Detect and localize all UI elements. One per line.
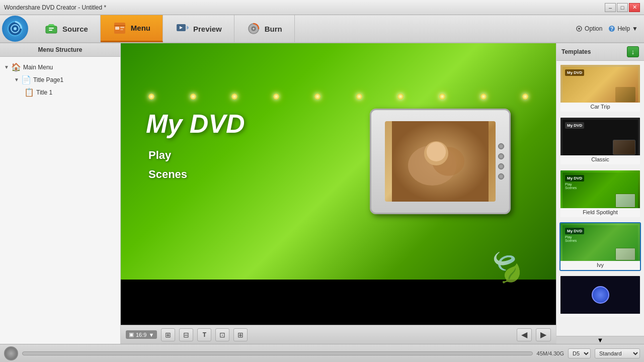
tree-item-title1[interactable]: 📋 Title 1 bbox=[22, 86, 118, 99]
spotlight-10 bbox=[522, 94, 528, 100]
toolbar-nav: Source Menu Prev bbox=[32, 15, 576, 42]
tool-btn-grid[interactable]: ⊡ bbox=[215, 328, 229, 341]
aspect-ratio-selector[interactable]: ▣ 16:9 ▼ bbox=[126, 330, 157, 339]
maximize-button[interactable]: □ bbox=[617, 3, 628, 12]
option-button[interactable]: Option bbox=[576, 25, 602, 32]
template-car-trip[interactable]: My DVD Car Trip bbox=[559, 64, 641, 113]
spotlight-9 bbox=[480, 94, 487, 100]
preview-label: Preview bbox=[193, 25, 222, 33]
template-dark5[interactable] bbox=[559, 275, 641, 318]
spotlight-4 bbox=[273, 94, 279, 100]
tv-controls bbox=[498, 143, 504, 179]
toolbar-right: Option ? Help ▼ bbox=[576, 25, 644, 32]
help-button[interactable]: ? Help ▼ bbox=[608, 25, 638, 32]
black-bottom-bar bbox=[121, 280, 556, 325]
tool-btn-text[interactable]: T bbox=[197, 328, 211, 341]
left-panel: Menu Structure ▼ 🏠 Main Menu ▼ 📄 Title P… bbox=[0, 43, 121, 344]
spotlight-1 bbox=[148, 94, 154, 100]
source-label: Source bbox=[62, 25, 88, 33]
tv-screen-content bbox=[385, 121, 496, 202]
progress-bar bbox=[22, 351, 533, 355]
toolbar: Source Menu Prev bbox=[0, 15, 644, 43]
template-thumb-car-trip: My DVD bbox=[560, 65, 640, 103]
quality-select[interactable]: Standard High Quality bbox=[595, 348, 640, 358]
tv-dot-4 bbox=[498, 173, 504, 179]
status-bar: 45M/4.30G D5 D9 Standard High Quality bbox=[0, 344, 644, 362]
aspect-ratio-label: 16:9 bbox=[136, 332, 146, 338]
source-button[interactable]: Source bbox=[32, 15, 101, 42]
title1-label: Title 1 bbox=[36, 89, 52, 96]
screen-icon: ▣ bbox=[129, 331, 134, 338]
next-nav-button[interactable]: ▶ bbox=[536, 328, 551, 341]
dvd-scenes[interactable]: Scenes bbox=[148, 168, 187, 181]
menu-label: Menu bbox=[131, 24, 150, 32]
prev-nav-button[interactable]: ◀ bbox=[517, 328, 532, 341]
menu-button[interactable]: Menu bbox=[101, 15, 163, 42]
template-label-dark5 bbox=[560, 314, 640, 317]
main-menu-label: Main Menu bbox=[23, 64, 53, 71]
tree-content: ▼ 🏠 Main Menu ▼ 📄 Title Page1 📋 Title 1 bbox=[0, 57, 120, 344]
template-thumb-dark5 bbox=[560, 276, 640, 314]
tv-frame bbox=[370, 109, 511, 214]
app-logo bbox=[2, 16, 28, 42]
tv-dot-3 bbox=[498, 163, 504, 169]
tool-btn-1[interactable]: ⊞ bbox=[161, 328, 175, 341]
spotlight-2 bbox=[190, 94, 196, 100]
template-ivy[interactable]: My DVD Play Scenes Ivy bbox=[559, 222, 641, 271]
title-bar: Wondershare DVD Creator - Untitled * – □… bbox=[0, 0, 644, 15]
tv-screen bbox=[385, 121, 496, 202]
svg-text:?: ? bbox=[610, 26, 613, 32]
status-bar-right: 45M/4.30G D5 D9 Standard High Quality bbox=[537, 348, 640, 358]
template-thumb-ivy: My DVD Play Scenes bbox=[560, 223, 640, 261]
svg-rect-9 bbox=[115, 27, 119, 30]
aspect-dropdown-arrow: ▼ bbox=[148, 332, 154, 338]
svg-marker-4 bbox=[47, 24, 55, 26]
download-templates-button[interactable]: ↓ bbox=[627, 46, 639, 57]
menu-icon bbox=[113, 21, 127, 35]
template-label-car-trip: Car Trip bbox=[560, 103, 640, 112]
preview-button[interactable]: Preview bbox=[163, 15, 234, 42]
svg-rect-6 bbox=[49, 30, 52, 31]
templates-header: Templates ↓ bbox=[556, 43, 644, 61]
close-button[interactable]: ✕ bbox=[629, 3, 640, 12]
preview-toolbar: ▣ 16:9 ▼ ⊞ ⊟ T ⊡ ⊞ ◀ ▶ bbox=[121, 325, 556, 344]
title-page-label: Title Page1 bbox=[33, 76, 63, 83]
expand-arrow: ▼ bbox=[4, 64, 9, 70]
spotlight-6 bbox=[356, 94, 362, 100]
preview-icon bbox=[175, 22, 189, 36]
app-title: Wondershare DVD Creator - Untitled * bbox=[4, 4, 106, 11]
spotlight-3 bbox=[231, 94, 237, 100]
spotlight-8 bbox=[439, 94, 445, 100]
template-label-ivy: Ivy bbox=[560, 261, 640, 270]
tree-item-main-menu[interactable]: ▼ 🏠 Main Menu bbox=[2, 61, 118, 73]
template-field-spotlight[interactable]: My DVD Play Scenes Field Spotlight bbox=[559, 169, 641, 218]
dvd-play[interactable]: Play bbox=[148, 149, 187, 162]
template-label-classic: Classic bbox=[560, 155, 640, 164]
tool-btn-2[interactable]: ⊟ bbox=[179, 328, 193, 341]
templates-scroll[interactable]: My DVD Car Trip My DVD bbox=[556, 61, 644, 336]
option-label: Option bbox=[585, 25, 602, 32]
tree-item-title-page1[interactable]: ▼ 📄 Title Page1 bbox=[12, 73, 118, 86]
disk-type-select[interactable]: D5 D9 bbox=[568, 348, 591, 358]
template-label-field: Field Spotlight bbox=[560, 208, 640, 217]
preview-area: My DVD Play Scenes bbox=[121, 43, 556, 325]
download-icon: ↓ bbox=[631, 48, 635, 56]
progress-spinner bbox=[4, 346, 18, 360]
svg-marker-13 bbox=[187, 26, 189, 30]
svg-rect-5 bbox=[49, 28, 54, 29]
spotlight-7 bbox=[397, 94, 404, 100]
tool-btn-multi[interactable]: ⊞ bbox=[233, 328, 248, 341]
disk-usage: 45M/4.30G bbox=[537, 350, 564, 356]
main-content: Menu Structure ▼ 🏠 Main Menu ▼ 📄 Title P… bbox=[0, 43, 644, 344]
tv-dot-2 bbox=[498, 153, 504, 159]
template-classic[interactable]: My DVD Classic bbox=[559, 117, 641, 165]
dvd-title: My DVD bbox=[146, 109, 245, 139]
burn-icon bbox=[247, 22, 261, 36]
svg-point-17 bbox=[253, 28, 254, 30]
burn-button[interactable]: Burn bbox=[234, 15, 295, 42]
right-panel: Templates ↓ My DVD bbox=[556, 43, 644, 344]
spotlight-row bbox=[121, 94, 556, 100]
scroll-down-button[interactable]: ▼ bbox=[556, 336, 644, 344]
minimize-button[interactable]: – bbox=[605, 3, 616, 12]
template-thumb-field: My DVD Play Scenes bbox=[560, 170, 640, 208]
